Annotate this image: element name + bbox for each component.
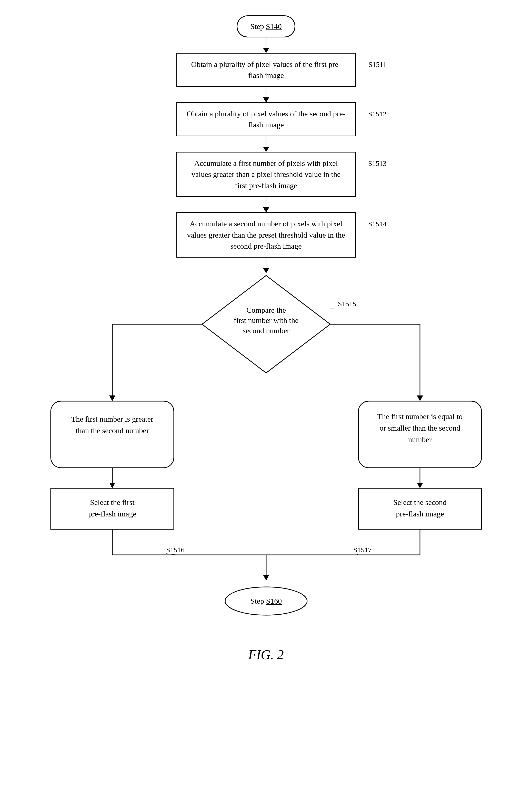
- step-s1511-label: S1511: [368, 60, 387, 69]
- branch-left-text-2: than the second number: [76, 426, 149, 435]
- start-step-label: Step S140: [250, 21, 282, 32]
- arrow-5: [266, 257, 266, 273]
- diamond-text-2: first number with the: [233, 316, 298, 325]
- select-left-box: [51, 488, 174, 529]
- branch-right-text-3: number: [408, 435, 432, 444]
- branch-right-text-1: The first number is equal to: [377, 412, 462, 421]
- step-s1514-text: Accumulate a second number of pixels wit…: [185, 218, 347, 252]
- end-step-text: Step S160: [250, 597, 282, 605]
- branch-left-text-1: The first number is greater: [71, 415, 153, 423]
- start-oval: Step S140: [236, 15, 296, 37]
- step-s1512-box: Obtain a plurality of pixel values of th…: [176, 102, 356, 136]
- arrow-3: [266, 136, 266, 152]
- arrow-2: [266, 87, 266, 102]
- step-s1512-label: S1512: [368, 110, 387, 118]
- select-right-box: [358, 488, 481, 529]
- step-s1513-text: Accumulate a first number of pixels with…: [185, 158, 347, 191]
- step-s1513-label: S1513: [368, 159, 387, 168]
- s1516-label: S1516: [166, 546, 185, 554]
- select-right-text-2: pre-flash image: [396, 509, 444, 518]
- figure-caption: FIG. 2: [248, 647, 284, 662]
- diamond-text-1: Compare the: [246, 306, 286, 314]
- s1514-row: Accumulate a second number of pixels wit…: [176, 212, 356, 257]
- s1513-row: Accumulate a first number of pixels with…: [176, 152, 356, 197]
- branch-svg: Compare the first number with the second…: [22, 273, 510, 632]
- arrow-merge-head: [263, 575, 269, 581]
- arrow-right-select-head: [417, 483, 423, 488]
- step-s1511-text: Obtain a plurality of pixel values of th…: [185, 59, 347, 81]
- step-s1514-box: Accumulate a second number of pixels wit…: [176, 212, 356, 257]
- diamond-s1515-label: S1515: [338, 300, 356, 308]
- step-s1511-box: Obtain a plurality of pixel values of th…: [176, 53, 356, 87]
- branch-right-text-2: or smaller than the second: [379, 424, 460, 432]
- arrow-4: [266, 197, 266, 212]
- arrow-1: [266, 37, 266, 53]
- select-left-text-2: pre-flash image: [88, 509, 136, 518]
- select-right-text-1: Select the second: [393, 498, 446, 506]
- s1512-row: Obtain a plurality of pixel values of th…: [176, 102, 356, 136]
- branch-right-box: [358, 401, 481, 468]
- arrow-left-head: [109, 395, 115, 401]
- arrow-right-head: [417, 395, 423, 401]
- s1511-row: Obtain a plurality of pixel values of th…: [176, 53, 356, 87]
- select-left-text-1: Select the first: [90, 498, 135, 506]
- diagram-container: Step S140 Obtain a plurality of pixel va…: [0, 0, 532, 793]
- arrow-left-select-head: [109, 483, 115, 488]
- step-s1512-text: Obtain a plurality of pixel values of th…: [185, 108, 347, 131]
- s1517-label: S1517: [353, 546, 372, 554]
- diamond-text-3: second number: [243, 326, 289, 335]
- step-s1514-label: S1514: [368, 220, 387, 228]
- figure-caption-text: FIG. 2: [248, 647, 284, 662]
- step-s1513-box: Accumulate a first number of pixels with…: [176, 152, 356, 197]
- start-step-row: Step S140: [236, 15, 296, 37]
